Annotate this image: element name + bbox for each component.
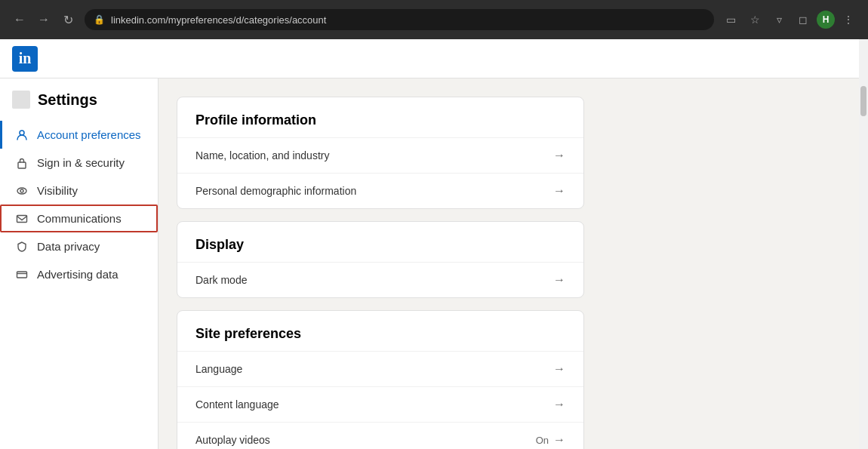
sign-in-security-icon [14,157,29,169]
user-avatar-button[interactable]: H [817,11,835,29]
url-text: linkedin.com/mypreferences/d/categories/… [111,14,326,26]
autoplay-videos-right: On → [536,433,565,447]
content-language-item[interactable]: Content language → [177,386,583,422]
settings-title-area: Settings [0,91,158,121]
cast-button[interactable]: ▭ [720,9,741,30]
header-scrollbar-area [859,39,868,78]
sidebar-item-label-visibility: Visibility [37,184,78,197]
dark-mode-arrow: → [553,273,565,287]
language-label: Language [195,363,242,375]
content-language-arrow: → [553,398,565,411]
profile-information-card: Profile information Name, location, and … [177,97,584,209]
settings-title: Settings [38,91,97,109]
sidebar-item-label-data-privacy: Data privacy [37,240,100,253]
forward-button[interactable]: → [33,9,54,30]
lock-icon: 🔒 [94,14,105,25]
autoplay-videos-label: Autoplay videos [195,434,270,446]
linkedin-header: in [0,39,868,78]
site-preferences-card: Site preferences Language → Content lang… [177,310,584,449]
sidebar-item-communications[interactable]: Communications [0,205,158,232]
sidebar-item-label-advertising: Advertising data [37,268,119,281]
language-right: → [553,362,565,376]
autoplay-videos-item[interactable]: Autoplay videos On → [177,422,583,449]
name-location-label: Name, location, and industry [195,149,329,161]
autoplay-videos-arrow: → [553,433,565,447]
scrollbar-right[interactable] [859,78,868,449]
browser-actions: ▭ ☆ ▿ ◻ H ⋮ [720,9,859,30]
sidebar: Settings Account preferences [0,78,159,449]
content-language-right: → [553,398,565,411]
svg-point-0 [20,131,24,135]
data-privacy-icon [14,241,29,253]
sidebar-item-label-account: Account preferences [37,128,141,141]
sidebar-item-label-security: Sign in & security [37,156,125,169]
sidebar-item-visibility[interactable]: Visibility [0,177,158,205]
display-title: Display [177,222,583,262]
personal-demographic-label: Personal demographic information [195,185,356,197]
dark-mode-label: Dark mode [195,274,247,286]
linkedin-logo[interactable]: in [12,46,38,72]
visibility-icon [14,185,29,197]
svg-rect-1 [18,162,26,168]
scrollbar-thumb [860,86,866,116]
browser-nav-buttons: ← → ↻ [9,9,78,30]
profile-information-title: Profile information [177,97,583,137]
advertising-data-icon [14,269,29,281]
content-area: Profile information Name, location, and … [159,78,859,449]
browser-chrome: ← → ↻ 🔒 linkedin.com/mypreferences/d/cat… [0,0,868,39]
reload-button[interactable]: ↻ [57,9,78,30]
sidebar-item-advertising-data[interactable]: Advertising data [0,260,158,288]
sidebar-nav: Account preferences Sign in & security [0,121,158,288]
svg-rect-4 [17,215,27,222]
main-area: Settings Account preferences [0,78,868,449]
name-location-industry-item[interactable]: Name, location, and industry → [177,137,583,173]
name-location-arrow: → [553,149,565,162]
extensions-button[interactable]: ▿ [768,9,790,30]
language-arrow: → [553,362,565,376]
personal-demographic-arrow: → [553,184,565,198]
svg-point-3 [20,189,23,192]
dark-mode-item[interactable]: Dark mode → [177,262,583,297]
svg-rect-5 [17,272,27,278]
account-preferences-icon [14,129,29,141]
app-container: in Settings Account preferences [0,39,868,449]
display-card: Display Dark mode → [177,221,584,298]
sidebar-item-label-communications: Communications [37,212,122,225]
bookmark-button[interactable]: ☆ [744,9,765,30]
language-item[interactable]: Language → [177,351,583,386]
settings-icon [12,91,30,109]
site-preferences-title: Site preferences [177,311,583,351]
sidebar-item-data-privacy[interactable]: Data privacy [0,232,158,260]
svg-point-2 [17,188,26,194]
communications-icon [14,213,29,225]
personal-demographic-item[interactable]: Personal demographic information → [177,173,583,208]
autoplay-videos-value: On [536,435,549,446]
sidebar-item-sign-in-security[interactable]: Sign in & security [0,149,158,177]
menu-button[interactable]: ⋮ [838,9,859,30]
sidebar-toggle-button[interactable]: ◻ [793,9,814,30]
sidebar-item-account-preferences[interactable]: Account preferences [0,121,158,149]
content-language-label: Content language [195,398,279,411]
address-bar[interactable]: 🔒 linkedin.com/mypreferences/d/categorie… [85,9,714,30]
back-button[interactable]: ← [9,9,30,30]
